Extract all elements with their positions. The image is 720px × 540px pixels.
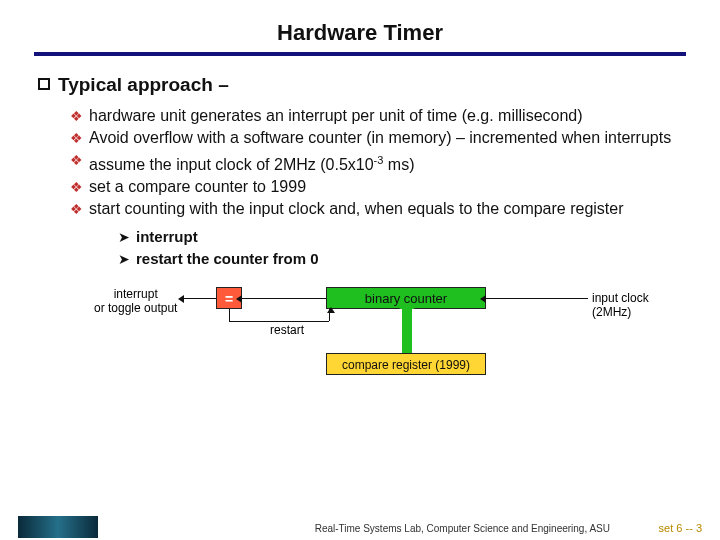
bullet-item: ❖ Avoid overflow with a software counter… (70, 128, 686, 148)
diamond-bullet-icon: ❖ (70, 150, 83, 170)
bullet-text: start counting with the input clock and,… (89, 199, 624, 219)
diamond-bullet-icon: ❖ (70, 177, 83, 197)
restart-label: restart (270, 323, 304, 337)
arrow-bullet-icon: ➤ (118, 227, 130, 247)
input-clock-label: input clock (2MHz) (592, 291, 686, 319)
heading-text: Typical approach – (58, 74, 229, 96)
interrupt-output-label: interrupt or toggle output (94, 287, 177, 315)
bullet-text: Avoid overflow with a software counter (… (89, 128, 671, 148)
double-arrow-icon (402, 309, 412, 353)
arrow-line-icon (329, 309, 330, 321)
sub-bullet-text: restart the counter from 0 (136, 249, 319, 269)
sub-bullet-item: ➤ restart the counter from 0 (118, 249, 686, 269)
footer-lab-text: Real-Time Systems Lab, Computer Science … (315, 523, 610, 534)
arrow-line-icon (242, 298, 326, 299)
footer: Real-Time Systems Lab, Computer Science … (0, 512, 720, 540)
arrow-line-icon (486, 298, 588, 299)
heading-row: Typical approach – (38, 74, 686, 96)
arrow-bullet-icon: ➤ (118, 249, 130, 269)
bullet-text: assume the input clock of 2MHz (0.5x10-3… (89, 150, 414, 175)
superscript: -3 (374, 154, 384, 166)
line-icon (229, 321, 329, 322)
footer-decoration-icon (18, 516, 98, 538)
footer-page-number: set 6 -- 3 (659, 522, 702, 534)
slide: Hardware Timer Typical approach – ❖ hard… (0, 0, 720, 540)
diamond-bullet-icon: ❖ (70, 106, 83, 126)
compare-register-box: compare register (1999) (326, 353, 486, 375)
page-title: Hardware Timer (34, 20, 686, 46)
arrow-line-icon (184, 298, 216, 299)
square-bullet-icon (38, 78, 50, 90)
bullet-text: hardware unit generates an interrupt per… (89, 106, 583, 126)
timer-diagram: interrupt or toggle output = binary coun… (34, 281, 686, 401)
diamond-bullet-icon: ❖ (70, 199, 83, 219)
bullet-item: ❖ hardware unit generates an interrupt p… (70, 106, 686, 126)
bullet-text: set a compare counter to 1999 (89, 177, 306, 197)
line-icon (229, 309, 230, 321)
title-rule (34, 52, 686, 56)
diamond-bullet-icon: ❖ (70, 128, 83, 148)
bullet-item: ❖ start counting with the input clock an… (70, 199, 686, 219)
bullet-item: ❖ assume the input clock of 2MHz (0.5x10… (70, 150, 686, 175)
bullet-item: ❖ set a compare counter to 1999 (70, 177, 686, 197)
sub-bullet-text: interrupt (136, 227, 198, 247)
sub-bullet-item: ➤ interrupt (118, 227, 686, 247)
